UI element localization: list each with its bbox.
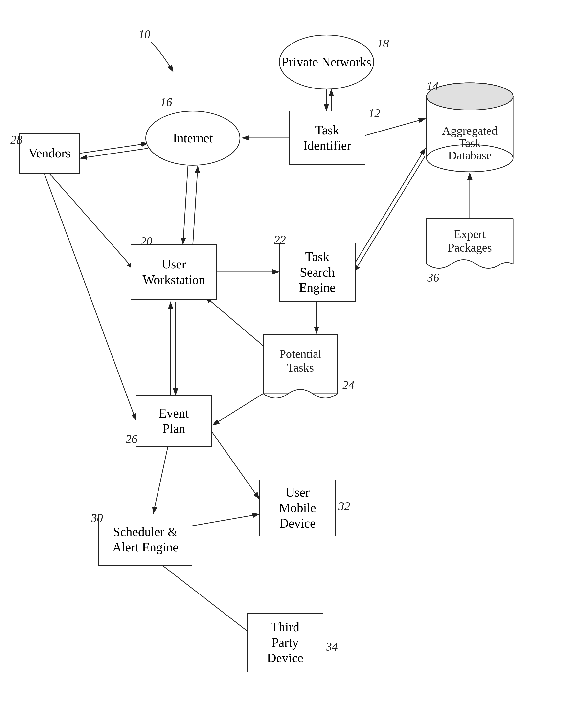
arrow-vendors-to-event xyxy=(45,174,136,420)
arrow-db-to-search xyxy=(354,156,425,272)
svg-text:Potential: Potential xyxy=(279,347,322,360)
ref-26: 26 xyxy=(125,432,138,446)
ref-10-label: 10 xyxy=(139,28,150,41)
potential-tasks-node: Potential Tasks xyxy=(262,333,339,402)
third-party-node: ThirdPartyDevice xyxy=(247,613,323,672)
user-workstation-label: UserWorkstation xyxy=(143,256,205,288)
ref-14: 14 xyxy=(427,79,438,93)
ref-30: 30 xyxy=(91,511,103,525)
svg-text:Database: Database xyxy=(448,149,492,162)
ref-12: 12 xyxy=(368,106,380,120)
internet-label: Internet xyxy=(173,130,213,146)
scheduler-label: Scheduler &Alert Engine xyxy=(112,524,178,555)
ref-32: 32 xyxy=(338,499,350,513)
ref-24: 24 xyxy=(342,378,354,392)
vendors-label: Vendors xyxy=(29,145,70,161)
task-identifier-label: TaskIdentifier xyxy=(303,123,351,154)
user-mobile-node: UserMobileDevice xyxy=(259,479,336,536)
scheduler-node: Scheduler &Alert Engine xyxy=(98,514,193,566)
vendors-node: Vendors xyxy=(19,133,80,174)
arrow-vendors-to-internet xyxy=(81,143,148,153)
ref-22: 22 xyxy=(274,233,286,246)
third-party-label: ThirdPartyDevice xyxy=(267,620,303,666)
task-identifier-node: TaskIdentifier xyxy=(289,111,366,165)
svg-text:Expert: Expert xyxy=(454,227,486,240)
user-workstation-node: UserWorkstation xyxy=(130,244,217,300)
arrow-vendors-to-workstation xyxy=(49,174,133,269)
expert-packages-svg: Expert Packages xyxy=(425,217,514,274)
arrow-internet-to-workstation xyxy=(183,166,188,244)
svg-point-5 xyxy=(427,83,513,110)
diagram: 10 xyxy=(0,0,588,704)
potential-tasks-svg: Potential Tasks xyxy=(262,333,339,402)
arrow-scheduler-to-mobile xyxy=(189,514,259,527)
svg-text:Aggregated: Aggregated xyxy=(442,124,497,137)
arrow-event-to-scheduler xyxy=(153,446,168,514)
ref-16: 16 xyxy=(160,95,172,109)
user-mobile-label: UserMobileDevice xyxy=(279,485,316,531)
event-plan-label: EventPlan xyxy=(159,406,189,436)
aggregated-db-node: Aggregated Task Database xyxy=(425,81,514,173)
ref-36: 36 xyxy=(427,271,439,284)
expert-packages-node: Expert Packages xyxy=(425,217,514,274)
ref-28: 28 xyxy=(10,133,22,146)
task-search-engine-label: TaskSearchEngine xyxy=(299,249,335,295)
ref-18: 18 xyxy=(377,37,389,50)
arrow-search-to-db xyxy=(354,148,425,265)
internet-node: Internet xyxy=(145,111,240,166)
ref-10-arrow xyxy=(151,42,173,72)
arrow-taskid-to-db xyxy=(364,119,425,136)
arrow-event-to-mobile xyxy=(211,430,259,499)
arrow-internet-to-vendors xyxy=(81,148,148,158)
cylinder-svg: Aggregated Task Database xyxy=(425,81,514,173)
ref-34: 34 xyxy=(326,640,338,653)
private-networks-label: Private Networks xyxy=(282,54,371,70)
svg-text:Packages: Packages xyxy=(448,241,492,254)
private-networks-node: Private Networks xyxy=(279,35,374,90)
svg-text:Task: Task xyxy=(459,136,481,150)
event-plan-node: EventPlan xyxy=(136,395,212,447)
ref-20: 20 xyxy=(141,234,152,248)
arrow-workstation-to-internet xyxy=(193,166,198,244)
task-search-engine-node: TaskSearchEngine xyxy=(279,243,356,302)
arrow-scheduler-to-thirdparty xyxy=(161,564,259,640)
svg-text:Tasks: Tasks xyxy=(287,361,314,374)
